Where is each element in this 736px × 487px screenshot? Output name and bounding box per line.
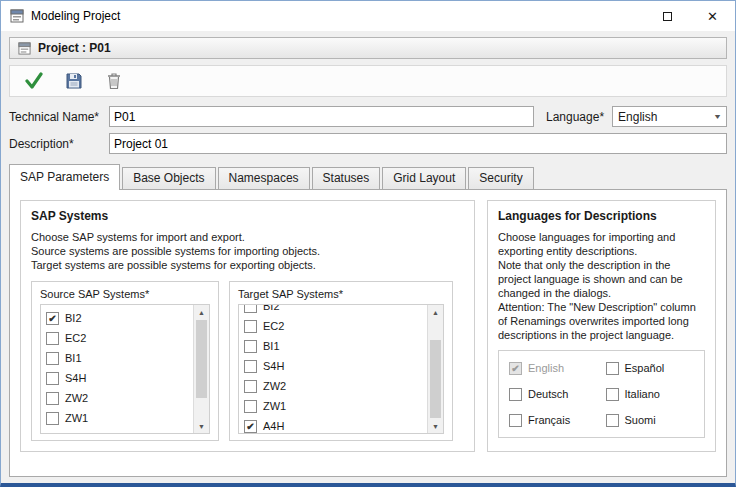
chevron-down-icon: ▼ (713, 113, 722, 120)
checkbox-unchecked-icon[interactable] (244, 320, 257, 333)
source-system-ec2[interactable]: EC2 (46, 328, 193, 348)
languages-title: Languages for Descriptions (498, 209, 705, 223)
project-header: Project : P01 (9, 37, 727, 59)
checkbox-label: Deutsch (528, 388, 568, 400)
language-español[interactable]: Español (606, 358, 695, 378)
checkbox-label: BI1 (263, 340, 280, 352)
confirm-button[interactable] (22, 69, 46, 93)
form-row-technical-name: Technical Name* Language* English ▼ (9, 106, 727, 127)
delete-button[interactable] (102, 69, 126, 93)
source-systems-label: Source SAP Systems* (40, 288, 210, 300)
checkbox-label: ZW2 (65, 392, 88, 404)
language-select[interactable]: English ▼ (612, 106, 727, 127)
checkbox-unchecked-icon[interactable] (46, 392, 59, 405)
modeling-project-dialog: Modeling Project ✕ Project : P01 (0, 0, 736, 487)
save-button[interactable] (62, 69, 86, 93)
target-system-zw1[interactable]: ZW1 (244, 396, 427, 416)
language-deutsch[interactable]: Deutsch (509, 384, 598, 404)
target-system-s4h[interactable]: S4H (244, 356, 427, 376)
close-button[interactable]: ✕ (690, 1, 735, 31)
checkbox-unchecked-icon[interactable] (509, 388, 522, 401)
checkbox-unchecked-icon[interactable] (606, 388, 619, 401)
target-scrollbar[interactable]: ▲ ▼ (427, 305, 443, 433)
checkbox-unchecked-icon[interactable] (46, 372, 59, 385)
sap-systems-title: SAP Systems (31, 209, 464, 223)
language-italiano[interactable]: Italiano (606, 384, 695, 404)
checkbox-unchecked-icon[interactable] (244, 360, 257, 373)
checkbox-unchecked-icon[interactable] (244, 340, 257, 353)
target-system-bi2[interactable]: BI2 (244, 305, 427, 316)
technical-name-field[interactable] (109, 106, 534, 127)
checkbox-label: BI2 (263, 305, 280, 312)
checkbox-unchecked-icon[interactable] (46, 352, 59, 365)
title-bar[interactable]: Modeling Project ✕ (1, 1, 735, 31)
checkbox-label: ZW1 (263, 400, 286, 412)
checkbox-unchecked-icon[interactable] (244, 305, 257, 313)
checkbox-unchecked-icon[interactable] (46, 332, 59, 345)
scroll-down-icon[interactable]: ▼ (428, 419, 443, 433)
checkmark-icon (24, 72, 44, 90)
maximize-button[interactable] (645, 1, 690, 31)
target-system-a4h[interactable]: ✔A4H (244, 416, 427, 433)
tab-security[interactable]: Security (468, 167, 533, 189)
checkbox-unchecked-icon[interactable] (606, 414, 619, 427)
source-system-zw2[interactable]: ZW2 (46, 388, 193, 408)
target-systems-list[interactable]: BI2EC2BI1S4HZW2ZW1✔A4H ▲ ▼ (238, 304, 444, 434)
source-systems-items: ✔BI2EC2BI1S4HZW2ZW1 (41, 305, 193, 433)
checkbox-label: S4H (65, 372, 86, 384)
source-system-zw1[interactable]: ZW1 (46, 408, 193, 428)
target-systems-panel: Target SAP Systems* BI2EC2BI1S4HZW2ZW1✔A… (229, 281, 453, 441)
checkbox-label: Italiano (625, 388, 660, 400)
floppy-disk-icon (65, 72, 83, 90)
checkbox-checked-icon[interactable]: ✔ (244, 420, 257, 433)
description-label: Description* (9, 137, 109, 151)
scroll-down-icon[interactable]: ▼ (194, 419, 209, 433)
language-english[interactable]: ✔English (509, 358, 598, 378)
language-suomi[interactable]: Suomi (606, 410, 695, 430)
scroll-thumb[interactable] (430, 340, 441, 418)
description-line: Choose SAP systems for import and export… (31, 230, 464, 244)
checkbox-unchecked-icon[interactable] (606, 362, 619, 375)
scroll-track[interactable] (428, 319, 443, 419)
source-systems-list[interactable]: ✔BI2EC2BI1S4HZW2ZW1 ▲ ▼ (40, 304, 210, 434)
tab-grid-layout[interactable]: Grid Layout (382, 167, 466, 189)
description-line: Choose languages for importing and expor… (498, 230, 705, 258)
technical-name-label: Technical Name* (9, 110, 109, 124)
source-scrollbar[interactable]: ▲ ▼ (193, 305, 209, 433)
languages-group: Languages for Descriptions Choose langua… (487, 200, 716, 452)
tab-statuses[interactable]: Statuses (312, 167, 381, 189)
checkbox-label: Español (625, 362, 665, 374)
toolbar (9, 65, 727, 97)
source-system-bi1[interactable]: BI1 (46, 348, 193, 368)
target-system-bi1[interactable]: BI1 (244, 336, 427, 356)
description-line: Target systems are possible systems for … (31, 258, 464, 272)
languages-description: Choose languages for importing and expor… (498, 230, 705, 342)
scroll-up-icon[interactable]: ▲ (428, 305, 443, 319)
checkbox-label: English (528, 362, 564, 374)
tab-base-objects[interactable]: Base Objects (122, 167, 215, 189)
checkbox-unchecked-icon[interactable] (244, 400, 257, 413)
tab-sap-parameters[interactable]: SAP Parameters (9, 164, 120, 190)
tab-namespaces[interactable]: Namespaces (218, 167, 310, 189)
checkbox-unchecked-icon[interactable] (244, 380, 257, 393)
checkbox-checked-icon[interactable]: ✔ (46, 312, 59, 325)
checkbox-unchecked-icon[interactable] (509, 414, 522, 427)
checkbox-label: Français (528, 414, 570, 426)
language-label: Language* (546, 110, 604, 124)
scroll-track[interactable] (194, 319, 209, 419)
sap-systems-description: Choose SAP systems for import and export… (31, 230, 464, 272)
form-row-description: Description* (9, 133, 727, 154)
dialog-content: Project : P01 (1, 31, 735, 477)
target-systems-items: BI2EC2BI1S4HZW2ZW1✔A4H (239, 305, 427, 433)
checkbox-unchecked-icon[interactable] (46, 412, 59, 425)
scroll-up-icon[interactable]: ▲ (194, 305, 209, 319)
description-field[interactable] (109, 133, 727, 154)
description-line: Note that only the description in the pr… (498, 258, 705, 300)
source-system-s4h[interactable]: S4H (46, 368, 193, 388)
project-header-title: Project : P01 (38, 41, 111, 55)
scroll-thumb[interactable] (196, 320, 207, 398)
source-system-bi2[interactable]: ✔BI2 (46, 308, 193, 328)
language-français[interactable]: Français (509, 410, 598, 430)
target-system-ec2[interactable]: EC2 (244, 316, 427, 336)
target-system-zw2[interactable]: ZW2 (244, 376, 427, 396)
